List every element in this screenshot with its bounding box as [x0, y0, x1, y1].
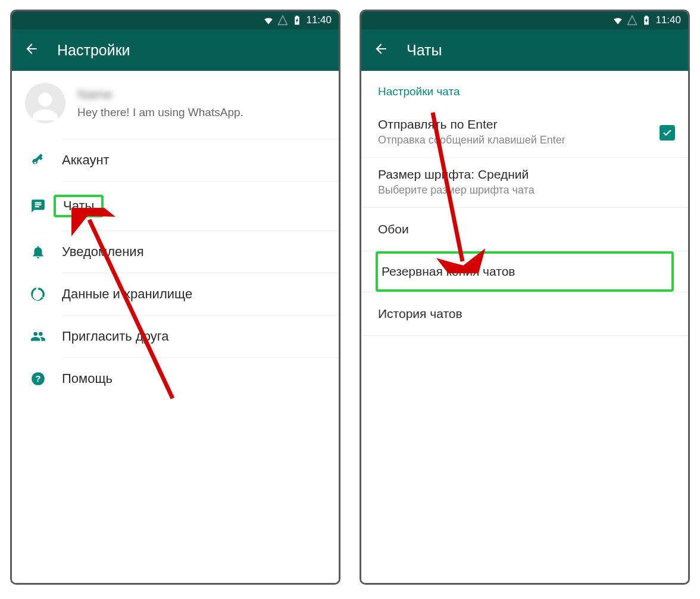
menu-notifications[interactable]: Уведомления [62, 231, 339, 273]
menu-label: Данные и хранилище [62, 286, 192, 302]
row-primary: Размер шрифта: Средний [378, 167, 671, 182]
content: Настройки чата Отправлять по Enter Отпра… [361, 71, 688, 583]
chats-highlight: Чаты [54, 195, 104, 217]
menu-label: Аккаунт [62, 152, 110, 168]
status-time: 11:40 [655, 14, 681, 26]
svg-text:?: ? [35, 373, 40, 383]
row-primary: История чатов [378, 307, 671, 321]
status-bar: 11:40 [12, 11, 339, 29]
row-primary: Обои [378, 222, 671, 236]
wifi-icon [612, 15, 623, 26]
battery-icon [641, 15, 652, 26]
signal-icon [277, 15, 288, 26]
row-backup-highlight[interactable]: Резервная копия чатов [376, 251, 674, 292]
screen-settings: 11:40 Настройки Name Hey there! I am usi… [10, 10, 340, 585]
profile-row[interactable]: Name Hey there! I am using WhatsApp. [12, 71, 339, 139]
row-font-size[interactable]: Размер шрифта: Средний Выберите размер ш… [361, 158, 688, 208]
profile-status: Hey there! I am using WhatsApp. [77, 106, 243, 119]
person-icon [29, 90, 62, 123]
bell-icon [29, 242, 48, 261]
row-secondary: Отправка сообщений клавишей Enter [378, 134, 671, 146]
row-primary: Отправлять по Enter [378, 117, 671, 132]
back-button[interactable] [24, 41, 39, 59]
people-icon [29, 327, 48, 346]
data-usage-icon [29, 285, 48, 304]
row-secondary: Выберите размер шрифта чата [378, 184, 671, 196]
profile-text: Name Hey there! I am using WhatsApp. [77, 87, 243, 119]
menu-chats[interactable]: Чаты [62, 182, 339, 231]
row-primary: Резервная копия чатов [380, 264, 669, 279]
menu-list: Аккаунт Чаты Уведомления Данные и хранил… [12, 139, 339, 400]
menu-help[interactable]: ? Помощь [62, 358, 339, 400]
page-title: Настройки [57, 42, 130, 59]
row-history[interactable]: История чатов [361, 292, 688, 336]
back-button[interactable] [373, 41, 389, 59]
menu-invite[interactable]: Пригласить друга [62, 316, 339, 358]
profile-name-blurred: Name [77, 87, 243, 102]
arrow-left-icon [24, 41, 39, 57]
check-icon [662, 127, 673, 138]
status-bar: 11:40 [361, 11, 688, 29]
wifi-icon [263, 15, 274, 26]
menu-label: Помощь [62, 371, 112, 386]
chat-icon [29, 196, 48, 216]
menu-label: Уведомления [62, 244, 144, 260]
app-bar: Настройки [12, 29, 339, 71]
page-title: Чаты [407, 42, 442, 59]
checkbox-checked[interactable] [660, 125, 675, 141]
battery-icon [292, 15, 302, 26]
menu-label: Пригласить друга [62, 329, 169, 344]
menu-label: Чаты [63, 198, 94, 213]
screen-chats: 11:40 Чаты Настройки чата Отправлять по … [360, 10, 690, 585]
signal-icon [627, 15, 638, 26]
section-header: Настройки чата [361, 71, 688, 108]
app-bar: Чаты [361, 29, 688, 71]
help-icon: ? [29, 369, 48, 388]
menu-data[interactable]: Данные и хранилище [62, 273, 339, 316]
key-icon [29, 151, 48, 170]
avatar [25, 83, 65, 123]
arrow-left-icon [373, 41, 389, 57]
row-enter-send[interactable]: Отправлять по Enter Отправка сообщений к… [361, 108, 688, 158]
row-wallpaper[interactable]: Обои [361, 208, 688, 251]
menu-account[interactable]: Аккаунт [62, 139, 339, 182]
content: Name Hey there! I am using WhatsApp. Акк… [12, 71, 339, 583]
status-time: 11:40 [306, 14, 332, 26]
